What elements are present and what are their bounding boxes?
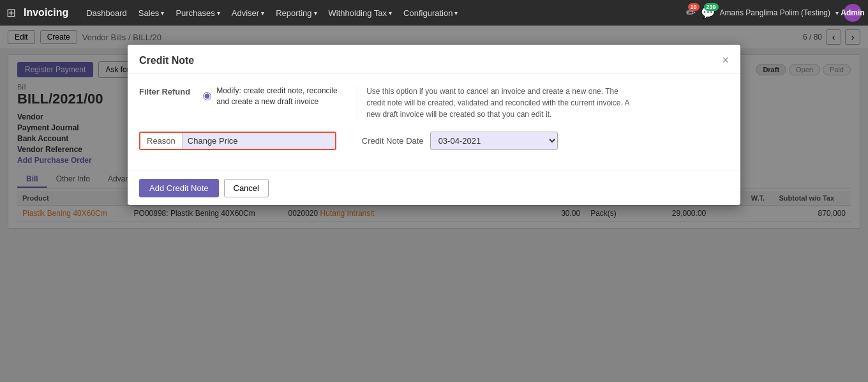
add-credit-note-button[interactable]: Add Credit Note xyxy=(139,179,219,197)
reason-label: Reason xyxy=(140,133,182,149)
nav-sales[interactable]: Sales ▾ xyxy=(133,6,170,20)
topbar-right: ✏ 10 💬 239 Amaris Panglima Polim (Testin… xyxy=(686,4,862,22)
main-nav: Dashboard Sales ▾ Purchases ▾ Adviser ▾ … xyxy=(81,6,682,20)
edit-badge-wrap[interactable]: ✏ 10 xyxy=(686,6,696,20)
message-badge: 239 xyxy=(704,3,719,11)
filter-refund-row: Filter Refund Modify: create credit note… xyxy=(139,86,729,120)
reason-input[interactable] xyxy=(182,133,335,149)
radio-modify-input[interactable] xyxy=(203,92,211,100)
modal-close-button[interactable]: × xyxy=(722,54,729,67)
credit-note-modal: Credit Note × Filter Refund Modify: crea… xyxy=(128,45,740,205)
nav-dashboard[interactable]: Dashboard xyxy=(81,6,132,20)
reason-group: Reason xyxy=(139,132,336,150)
brand-name: Invoicing xyxy=(24,7,68,19)
grid-icon[interactable]: ⊞ xyxy=(6,6,16,20)
nav-adviser[interactable]: Adviser ▾ xyxy=(227,6,269,20)
topbar: ⊞ Invoicing Dashboard Sales ▾ Purchases … xyxy=(0,0,868,26)
user-name[interactable]: Amaris Panglima Polim (Testing) xyxy=(720,8,830,17)
adviser-arrow: ▾ xyxy=(261,10,264,17)
form-row: Reason Credit Note Date 03-04-2021 xyxy=(139,132,729,150)
config-arrow: ▾ xyxy=(454,10,458,17)
cancel-button[interactable]: Cancel xyxy=(224,179,269,197)
nav-reporting[interactable]: Reporting ▾ xyxy=(271,6,322,20)
nav-withholding[interactable]: Withholding Tax ▾ xyxy=(324,6,398,20)
date-select[interactable]: 03-04-2021 xyxy=(430,132,558,150)
withholding-arrow: ▾ xyxy=(389,10,392,17)
user-dropdown-arrow[interactable]: ▾ xyxy=(835,10,839,17)
edit-badge: 10 xyxy=(688,3,700,11)
option-description: Use this option if you want to cancel an… xyxy=(357,86,638,120)
filter-refund-label: Filter Refund xyxy=(139,86,190,96)
modal-title: Credit Note xyxy=(139,55,194,66)
radio-modify-label: Modify: create credit note, reconcile an… xyxy=(216,86,344,107)
modal-overlay: Credit Note × Filter Refund Modify: crea… xyxy=(0,26,868,382)
radio-modify-option[interactable]: Modify: create credit note, reconcile an… xyxy=(203,86,344,107)
reporting-arrow: ▾ xyxy=(314,10,317,17)
modal-header: Credit Note × xyxy=(128,45,740,74)
nav-purchases[interactable]: Purchases ▾ xyxy=(170,6,225,20)
nav-configuration[interactable]: Configuration ▾ xyxy=(398,6,463,20)
message-badge-wrap[interactable]: 💬 239 xyxy=(701,6,715,20)
date-label: Credit Note Date xyxy=(362,136,424,146)
date-group: Credit Note Date 03-04-2021 xyxy=(362,132,558,150)
modal-body: Filter Refund Modify: create credit note… xyxy=(128,74,740,171)
purchases-arrow: ▾ xyxy=(217,10,220,17)
modal-footer: Add Credit Note Cancel xyxy=(128,171,740,205)
sales-arrow: ▾ xyxy=(161,10,164,17)
avatar[interactable]: Admin xyxy=(844,4,862,22)
